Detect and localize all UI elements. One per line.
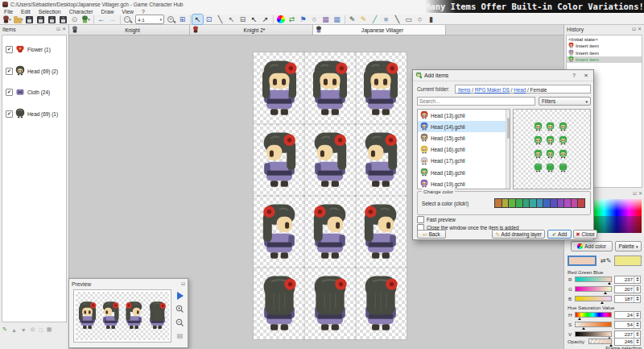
- swap-colors-button[interactable]: ⇄: [287, 15, 297, 24]
- slider-marker[interactable]: [601, 301, 604, 304]
- stepper-icon[interactable]: [634, 286, 640, 293]
- zoom-out-button[interactable]: −: [122, 15, 133, 24]
- tile-pattern-button[interactable]: ▦: [332, 15, 342, 24]
- slider-marker[interactable]: [578, 318, 581, 320]
- save-as-button[interactable]: [35, 15, 46, 24]
- fast-preview-checkbox[interactable]: Fast preview: [417, 216, 456, 223]
- menu-edit[interactable]: Edit: [17, 9, 35, 15]
- layer-row[interactable]: ✔Cloth (24): [2, 85, 66, 99]
- zoom-in-button[interactable]: +: [166, 15, 176, 24]
- pencil-tool-button[interactable]: ✎: [358, 15, 369, 24]
- open-button[interactable]: ▾: [13, 15, 23, 24]
- channel-spinbox[interactable]: 207: [614, 285, 641, 293]
- help-button[interactable]: ?: [569, 72, 579, 80]
- history-entry[interactable]: <Initial state>: [567, 35, 642, 43]
- file-row[interactable]: Head (13).gchli: [418, 110, 510, 121]
- tab-knight-2-[interactable]: Knight 2*: [190, 25, 313, 35]
- zoom-level-combo[interactable]: 4:1▾: [135, 15, 164, 24]
- layer-row[interactable]: ✔Flower (1): [2, 43, 66, 56]
- file-row[interactable]: Head (17).gchli: [418, 156, 510, 167]
- slider-marker[interactable]: [582, 327, 585, 330]
- new-character-button[interactable]: ▾: [2, 15, 12, 24]
- history-entry[interactable]: Insert item: [567, 43, 642, 50]
- breadcrumb-items[interactable]: Items: [458, 87, 470, 93]
- file-row[interactable]: Head (16).gchli: [418, 144, 510, 156]
- menu-file[interactable]: File: [0, 9, 17, 15]
- cursor-tool-button[interactable]: ↖: [192, 15, 203, 24]
- stepper-icon[interactable]: [634, 339, 640, 345]
- channel-slider[interactable]: [575, 276, 612, 282]
- stepper-icon[interactable]: [634, 322, 640, 328]
- menu-selection[interactable]: Selection: [35, 9, 65, 15]
- close-panel-icon[interactable]: ✕: [638, 190, 642, 197]
- save-all-button[interactable]: [47, 15, 57, 24]
- history-entry[interactable]: Insert item: [567, 56, 642, 64]
- move-layer-button[interactable]: ↗: [260, 15, 270, 24]
- reload-button[interactable]: ⊙: [69, 15, 80, 24]
- add-drawing-layer-button[interactable]: ✎Add drawing layer: [492, 230, 545, 239]
- add-button[interactable]: ✔Add: [547, 230, 572, 239]
- menu-[interactable]: ?: [138, 9, 149, 15]
- layer-row[interactable]: ✔Head (69) (2): [2, 64, 66, 78]
- layer-properties-icon[interactable]: ▦: [47, 326, 52, 333]
- export-preview-icon[interactable]: ▤: [177, 332, 184, 339]
- stepper-icon[interactable]: [634, 312, 640, 318]
- menu-view[interactable]: View: [118, 9, 138, 15]
- file-row[interactable]: Head (19).gchli: [418, 178, 510, 189]
- save-button[interactable]: [24, 15, 35, 24]
- stepper-icon[interactable]: [634, 296, 640, 302]
- channel-slider[interactable]: [575, 296, 612, 301]
- channel-spinbox[interactable]: 24: [614, 311, 641, 319]
- transparent-color-button[interactable]: ○: [309, 15, 320, 24]
- play-animation-button[interactable]: [177, 292, 184, 300]
- default-colors-button[interactable]: ⚑: [298, 15, 308, 24]
- menu-character[interactable]: Character: [65, 9, 97, 15]
- close-button[interactable]: ✖Close: [573, 230, 597, 239]
- grid-toggle-button[interactable]: ⊞: [177, 15, 188, 24]
- character-generator-button[interactable]: ▾: [80, 15, 91, 24]
- delete-layer-icon[interactable]: □: [39, 327, 43, 333]
- sprite-sheet[interactable]: [254, 52, 407, 339]
- search-input[interactable]: [417, 97, 535, 106]
- float-panel-icon[interactable]: ⊡: [632, 26, 636, 33]
- undo-button[interactable]: ←: [96, 15, 106, 24]
- menu-draw[interactable]: Draw: [97, 9, 118, 15]
- channel-slider[interactable]: [575, 312, 612, 318]
- breadcrumb-head[interactable]: Head: [514, 87, 526, 93]
- zoom-out-icon[interactable]: [175, 318, 184, 327]
- pen-select-tool-button[interactable]: ╲: [215, 15, 225, 24]
- stepper-icon[interactable]: [634, 331, 640, 338]
- channel-spinbox[interactable]: 187: [614, 295, 641, 303]
- float-panel-icon[interactable]: ⊡: [633, 190, 637, 197]
- redo-button[interactable]: →: [107, 15, 118, 24]
- pattern-button[interactable]: ▦: [320, 15, 331, 24]
- pen-tool-button[interactable]: ✎: [347, 15, 357, 24]
- layer-checkbox[interactable]: ✔: [6, 110, 13, 118]
- close-panel-icon[interactable]: ✕: [638, 26, 642, 33]
- close-panel-icon[interactable]: ✕: [62, 26, 66, 33]
- zoom-in-icon[interactable]: [175, 305, 184, 314]
- eyedropper-tool-button[interactable]: ╱: [369, 15, 380, 24]
- add-drawing-layer-icon[interactable]: ✎: [2, 326, 7, 333]
- color-variation-swatch[interactable]: [577, 198, 585, 208]
- layer-checkbox[interactable]: ✔: [6, 68, 13, 75]
- file-row[interactable]: Head (14).gchli: [418, 121, 510, 132]
- move-layer-down-icon[interactable]: ▼: [21, 327, 27, 333]
- detach-panel-icon[interactable]: ⊡: [181, 280, 185, 288]
- back-button[interactable]: ↩Back: [417, 230, 446, 239]
- ellipse-tool-button[interactable]: ○: [415, 15, 425, 24]
- subtract-select-button[interactable]: ⊟: [237, 15, 248, 24]
- channel-slider[interactable]: [575, 331, 612, 337]
- tab-japanese-villager[interactable]: Japanese Villager: [313, 25, 446, 35]
- channel-slider[interactable]: [575, 286, 612, 292]
- tab-knight[interactable]: Knight: [69, 25, 190, 35]
- opacity-spinbox[interactable]: 246: [614, 338, 641, 346]
- channel-spinbox[interactable]: 237: [614, 276, 641, 284]
- move-layer-up-icon[interactable]: ▲: [11, 327, 17, 333]
- rectangle-tool-button[interactable]: ▭: [403, 15, 414, 24]
- stepper-icon[interactable]: [634, 276, 640, 283]
- fill-tool-button[interactable]: ▮: [426, 15, 436, 24]
- move-select-tool-button[interactable]: ↖: [226, 15, 237, 24]
- color-wheel-button[interactable]: [275, 15, 286, 24]
- opacity-slider[interactable]: [588, 339, 612, 344]
